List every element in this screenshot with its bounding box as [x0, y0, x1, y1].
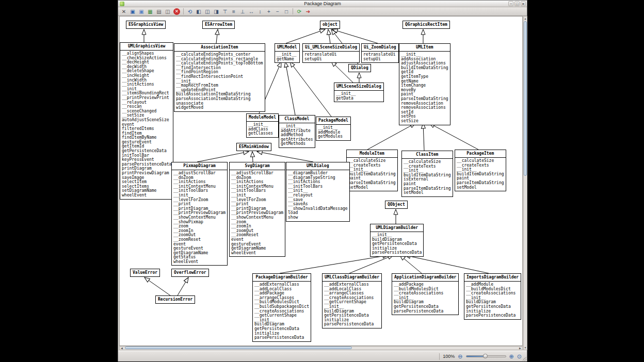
save-icon[interactable]: ▣: [128, 8, 137, 15]
zoom-slider-thumb[interactable]: [483, 354, 488, 358]
class-box-E5ArrowItem[interactable]: E5ArrowItem: [202, 21, 235, 29]
class-methods: __calculateEndingPoints_center __calcula…: [174, 52, 265, 111]
class-name: ModuleItem: [347, 150, 397, 158]
exit-icon[interactable]: ➔: [304, 8, 312, 15]
decrease-size-icon[interactable]: −: [273, 8, 282, 15]
inheritance-edge-ImportsDiagramBuilder-to-UMLDiagramBuilder: [405, 255, 489, 273]
toolbar-separator: [183, 8, 184, 14]
horizontal-scroll-thumb[interactable]: [125, 347, 352, 349]
class-name: object: [320, 21, 340, 28]
save-image-icon[interactable]: ▦: [146, 8, 154, 15]
class-box-UMLDialog[interactable]: UMLDialog__diagramBuilder __diagramTypeS…: [286, 162, 350, 222]
inheritance-edge-PackageItem-to-UMLItem: [429, 123, 478, 150]
class-name: PackageDiagramBuilder: [253, 274, 311, 282]
class-box-QObject[interactable]: QObject: [385, 201, 408, 209]
class-box-Ui_UMLSceneSizeDialog[interactable]: Ui_UMLSceneSizeDialogretranslateUi setup…: [302, 43, 360, 63]
class-box-ModuleItem[interactable]: ModuleItem__calculateSize __createTexts …: [346, 150, 398, 191]
print-preview-icon[interactable]: ◫: [164, 8, 172, 15]
space-vertical-icon[interactable]: ↕: [256, 8, 264, 15]
class-name: UMLClassDiagramBuilder: [323, 274, 381, 282]
class-box-E5MainWindow[interactable]: E5MainWindow: [236, 143, 271, 151]
stop-icon[interactable]: ✕: [173, 8, 180, 15]
class-box-ImportsDiagramBuilder[interactable]: ImportsDiagramBuilder__addModule __build…: [464, 273, 521, 320]
class-name: UMLSceneSizeDialog: [334, 83, 383, 91]
diagram-canvas[interactable]: E5GraphicsViewE5ArrowItemobjectQGraphics…: [119, 16, 523, 346]
inheritance-edge-RecursionError-to-ValueError: [144, 277, 170, 295]
class-name: UMLDiagramBuilder: [371, 224, 423, 232]
class-box-QDialog[interactable]: QDialog: [348, 64, 371, 72]
class-box-SvgDiagram[interactable]: SvgDiagram__adjustScrollBar __doZoom __i…: [229, 162, 285, 257]
class-name: ImportsDiagramBuilder: [464, 274, 521, 282]
close-button[interactable]: ✕: [521, 1, 526, 6]
class-name: RecursionError: [156, 296, 195, 303]
set-size-icon[interactable]: □: [282, 8, 291, 15]
space-horizontal-icon[interactable]: ↔: [247, 8, 255, 15]
class-box-PackageItem[interactable]: PackageItem__calculateSize __createTexts…: [455, 150, 506, 191]
inheritance-edge-UMLDialog-to-E5MainWindow: [257, 152, 313, 162]
class-box-ModuleModel[interactable]: ModuleModel__init__ addClass getClasses: [246, 113, 279, 138]
class-box-PixmapDiagram[interactable]: PixmapDiagram__adjustScrollBar __doZoom …: [171, 162, 228, 266]
class-methods: __adjustScrollBar __doZoom __initActions…: [230, 170, 285, 256]
class-box-AssociationItem[interactable]: AssociationItem__calculateEndingPoints_c…: [174, 43, 265, 112]
increase-size-icon[interactable]: +: [265, 8, 273, 15]
class-name: PixmapDiagram: [172, 162, 227, 170]
refresh-icon[interactable]: ⟳: [295, 8, 303, 15]
scroll-left-icon[interactable]: ◀: [120, 346, 124, 350]
class-box-PackageDiagramBuilder[interactable]: PackageDiagramBuilder__addExternalClass …: [252, 273, 311, 342]
align-left-icon[interactable]: ◧: [195, 8, 203, 15]
scroll-right-icon[interactable]: ▶: [518, 346, 522, 350]
class-box-ClassModel[interactable]: ClassModel__init__ addAttribute addMetho…: [279, 115, 315, 148]
class-methods: __addExternalClass __addLocalClass __add…: [253, 282, 311, 341]
inheritance-edge-PackageModel-to-UMLModel: [290, 62, 331, 117]
class-box-UMLModel[interactable]: UMLModel__init__ getName: [275, 43, 300, 63]
vertical-scroll-thumb[interactable]: [524, 21, 527, 176]
class-name: E5GraphicsView: [126, 21, 165, 28]
class-box-UMLSceneSizeDialog[interactable]: UMLSceneSizeDialog__init__ getData: [334, 83, 384, 102]
class-box-PackageModel[interactable]: PackageModel__init__ addModule getModule…: [316, 117, 351, 141]
class-box-E5GraphicsView[interactable]: E5GraphicsView: [126, 21, 166, 29]
class-methods: __addExternalClass __addLocalClass __arr…: [323, 282, 381, 328]
class-box-RecursionError[interactable]: RecursionError: [155, 295, 195, 304]
align-top-icon[interactable]: ⊤: [221, 8, 229, 15]
class-box-UMLClassDiagramBuilder[interactable]: UMLClassDiagramBuilder__addExternalClass…: [322, 273, 382, 328]
align-hcenter-icon[interactable]: ◫: [203, 8, 212, 15]
class-box-QGraphicsRectItem[interactable]: QGraphicsRectItem: [403, 21, 450, 29]
class-box-ValueError[interactable]: ValueError: [130, 269, 160, 277]
zoom-slider[interactable]: [466, 353, 506, 359]
align-right-icon[interactable]: ◨: [212, 8, 220, 15]
scroll-down-icon[interactable]: ▼: [523, 345, 527, 350]
toolbar-separator: [293, 8, 293, 14]
class-box-ClassItem[interactable]: ClassItem__calculateSize __createTexts _…: [401, 151, 453, 197]
scroll-up-icon[interactable]: ▲: [523, 17, 527, 21]
class-name: Ui_ZoomDialog: [362, 44, 398, 52]
class-methods: __addModule __buildModulesDict __createA…: [464, 282, 521, 319]
class-methods: __init__ addAttribute addMethod getAttri…: [279, 123, 315, 147]
class-methods: __calculateSize __createTexts __init__ b…: [347, 158, 397, 191]
close-window-icon[interactable]: ✕: [120, 8, 128, 15]
class-box-ApplicationDiagramBuilder[interactable]: ApplicationDiagramBuilder__addPackage __…: [392, 273, 459, 315]
class-box-UMLItem[interactable]: UMLItem__init__ addAssociation adjustAss…: [399, 43, 450, 125]
titlebar[interactable]: Package Diagram −□✕: [118, 1, 527, 7]
class-name: UMLModel: [275, 44, 299, 52]
zoom-in-icon[interactable]: ⊕: [509, 353, 514, 360]
class-name: QGraphicsRectItem: [403, 21, 449, 28]
align-vcenter-icon[interactable]: ≡: [230, 8, 238, 15]
vertical-scrollbar[interactable]: ▲ ▼: [523, 16, 527, 350]
relayout-icon[interactable]: ⟲: [186, 8, 194, 15]
resize-grip[interactable]: [521, 356, 526, 361]
class-name: SvgDiagram: [230, 162, 285, 170]
class-box-OverflowError[interactable]: OverflowError: [171, 269, 209, 277]
zoom-out-icon[interactable]: ⊖: [458, 353, 462, 360]
class-box-Ui_ZoomDialog[interactable]: Ui_ZoomDialogretranslateUi setupUi: [361, 43, 399, 63]
class-box-object[interactable]: object: [320, 21, 340, 29]
save-as-icon[interactable]: ▣: [137, 8, 146, 15]
class-name: E5ArrowItem: [203, 21, 234, 28]
class-box-UMLDiagramBuilder[interactable]: UMLDiagramBuilder__init__ buildDiagram g…: [370, 224, 424, 257]
align-bottom-icon[interactable]: ⊥: [238, 8, 247, 15]
maximize-button[interactable]: □: [514, 1, 520, 6]
horizontal-scrollbar[interactable]: ◀ ▶: [119, 346, 523, 350]
class-box-UMLGraphicsView[interactable]: UMLGraphicsView__alignShapes __checkSize…: [120, 42, 173, 200]
minimize-button[interactable]: −: [508, 1, 513, 6]
print-icon[interactable]: ▤: [155, 8, 163, 15]
class-name: E5MainWindow: [237, 143, 271, 151]
